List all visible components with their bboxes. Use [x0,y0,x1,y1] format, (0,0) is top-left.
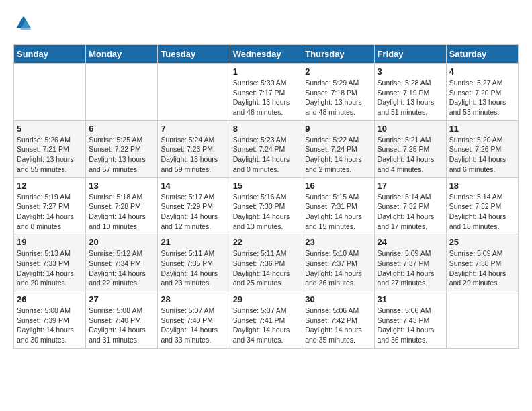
day-info: Sunrise: 5:26 AM Sunset: 7:21 PM Dayligh… [17,135,83,175]
day-info: Sunrise: 5:11 AM Sunset: 7:35 PM Dayligh… [161,248,226,288]
day-info: Sunrise: 5:15 AM Sunset: 7:31 PM Dayligh… [305,192,371,232]
day-info: Sunrise: 5:30 AM Sunset: 7:17 PM Dayligh… [233,78,300,118]
logo [13,13,36,34]
calendar-cell: 29Sunrise: 5:07 AM Sunset: 7:41 PM Dayli… [230,291,302,349]
calendar-cell: 5Sunrise: 5:26 AM Sunset: 7:21 PM Daylig… [14,120,86,177]
calendar-cell: 16Sunrise: 5:15 AM Sunset: 7:31 PM Dayli… [302,177,374,234]
day-info: Sunrise: 5:11 AM Sunset: 7:36 PM Dayligh… [233,248,300,288]
calendar-cell: 1Sunrise: 5:30 AM Sunset: 7:17 PM Daylig… [230,64,302,121]
day-header-thursday: Thursday [302,45,374,64]
day-header-tuesday: Tuesday [158,45,230,64]
day-info: Sunrise: 5:18 AM Sunset: 7:28 PM Dayligh… [89,192,154,232]
day-number: 17 [378,181,443,191]
calendar-cell: 12Sunrise: 5:19 AM Sunset: 7:27 PM Dayli… [14,177,86,234]
day-info: Sunrise: 5:08 AM Sunset: 7:40 PM Dayligh… [89,306,154,345]
day-info: Sunrise: 5:09 AM Sunset: 7:37 PM Dayligh… [378,248,443,288]
day-number: 11 [449,124,515,134]
day-number: 26 [17,294,83,304]
day-info: Sunrise: 5:23 AM Sunset: 7:24 PM Dayligh… [233,135,300,175]
day-number: 13 [89,181,154,191]
day-number: 24 [378,237,443,247]
calendar-cell: 20Sunrise: 5:12 AM Sunset: 7:34 PM Dayli… [86,234,158,291]
calendar-header-row: SundayMondayTuesdayWednesdayThursdayFrid… [14,45,519,64]
calendar-cell: 3Sunrise: 5:28 AM Sunset: 7:19 PM Daylig… [374,64,446,121]
day-info: Sunrise: 5:06 AM Sunset: 7:43 PM Dayligh… [378,306,443,345]
calendar-week-2: 5Sunrise: 5:26 AM Sunset: 7:21 PM Daylig… [14,120,519,177]
calendar-cell: 15Sunrise: 5:16 AM Sunset: 7:30 PM Dayli… [230,177,302,234]
calendar-cell: 30Sunrise: 5:06 AM Sunset: 7:42 PM Dayli… [302,291,374,349]
calendar-cell: 11Sunrise: 5:20 AM Sunset: 7:26 PM Dayli… [446,120,518,177]
calendar-cell [446,291,518,349]
day-info: Sunrise: 5:22 AM Sunset: 7:24 PM Dayligh… [305,135,371,175]
day-number: 7 [161,124,226,134]
day-number: 27 [89,294,154,304]
day-number: 3 [378,66,443,77]
day-number: 18 [449,181,515,191]
day-header-friday: Friday [374,45,446,64]
day-header-monday: Monday [86,45,158,64]
day-number: 2 [305,66,371,77]
calendar-cell [86,64,158,121]
day-info: Sunrise: 5:14 AM Sunset: 7:32 PM Dayligh… [449,192,515,232]
calendar-cell: 19Sunrise: 5:13 AM Sunset: 7:33 PM Dayli… [14,234,86,291]
calendar-cell: 21Sunrise: 5:11 AM Sunset: 7:35 PM Dayli… [158,234,230,291]
day-number: 1 [233,66,300,77]
calendar-cell: 23Sunrise: 5:10 AM Sunset: 7:37 PM Dayli… [302,234,374,291]
day-info: Sunrise: 5:24 AM Sunset: 7:23 PM Dayligh… [161,135,226,175]
day-info: Sunrise: 5:09 AM Sunset: 7:38 PM Dayligh… [449,248,515,288]
day-number: 23 [305,237,371,247]
day-number: 16 [305,181,371,191]
day-info: Sunrise: 5:07 AM Sunset: 7:40 PM Dayligh… [161,306,226,345]
day-info: Sunrise: 5:12 AM Sunset: 7:34 PM Dayligh… [89,248,154,288]
calendar-cell: 13Sunrise: 5:18 AM Sunset: 7:28 PM Dayli… [86,177,158,234]
calendar-cell: 26Sunrise: 5:08 AM Sunset: 7:39 PM Dayli… [14,291,86,349]
day-number: 19 [17,237,83,247]
calendar-week-4: 19Sunrise: 5:13 AM Sunset: 7:33 PM Dayli… [14,234,519,291]
calendar-cell: 22Sunrise: 5:11 AM Sunset: 7:36 PM Dayli… [230,234,302,291]
calendar-week-5: 26Sunrise: 5:08 AM Sunset: 7:39 PM Dayli… [14,291,519,349]
day-info: Sunrise: 5:19 AM Sunset: 7:27 PM Dayligh… [17,192,83,232]
calendar-cell: 8Sunrise: 5:23 AM Sunset: 7:24 PM Daylig… [230,120,302,177]
calendar-week-1: 1Sunrise: 5:30 AM Sunset: 7:17 PM Daylig… [14,64,519,121]
day-number: 8 [233,124,300,134]
day-header-saturday: Saturday [446,45,518,64]
day-number: 9 [305,124,371,134]
calendar-cell: 7Sunrise: 5:24 AM Sunset: 7:23 PM Daylig… [158,120,230,177]
day-number: 5 [17,124,83,134]
calendar-cell: 31Sunrise: 5:06 AM Sunset: 7:43 PM Dayli… [374,291,446,349]
day-info: Sunrise: 5:13 AM Sunset: 7:33 PM Dayligh… [17,248,83,288]
calendar-cell: 6Sunrise: 5:25 AM Sunset: 7:22 PM Daylig… [86,120,158,177]
day-number: 30 [305,294,371,304]
day-number: 21 [161,237,226,247]
day-info: Sunrise: 5:07 AM Sunset: 7:41 PM Dayligh… [233,306,300,345]
day-number: 15 [233,181,300,191]
calendar-cell [14,64,86,121]
calendar-cell [158,64,230,121]
calendar-cell: 10Sunrise: 5:21 AM Sunset: 7:25 PM Dayli… [374,120,446,177]
day-number: 22 [233,237,300,247]
calendar-cell: 2Sunrise: 5:29 AM Sunset: 7:18 PM Daylig… [302,64,374,121]
day-info: Sunrise: 5:14 AM Sunset: 7:32 PM Dayligh… [378,192,443,232]
day-number: 14 [161,181,226,191]
calendar: SundayMondayTuesdayWednesdayThursdayFrid… [13,44,519,349]
day-number: 29 [233,294,300,304]
calendar-cell: 18Sunrise: 5:14 AM Sunset: 7:32 PM Dayli… [446,177,518,234]
day-number: 28 [161,294,226,304]
day-number: 4 [449,66,515,77]
calendar-cell: 4Sunrise: 5:27 AM Sunset: 7:20 PM Daylig… [446,64,518,121]
day-info: Sunrise: 5:10 AM Sunset: 7:37 PM Dayligh… [305,248,371,288]
calendar-cell: 17Sunrise: 5:14 AM Sunset: 7:32 PM Dayli… [374,177,446,234]
day-info: Sunrise: 5:17 AM Sunset: 7:29 PM Dayligh… [161,192,226,232]
calendar-cell: 14Sunrise: 5:17 AM Sunset: 7:29 PM Dayli… [158,177,230,234]
day-number: 6 [89,124,154,134]
day-number: 12 [17,181,83,191]
day-info: Sunrise: 5:25 AM Sunset: 7:22 PM Dayligh… [89,135,154,175]
day-info: Sunrise: 5:08 AM Sunset: 7:39 PM Dayligh… [17,306,83,345]
day-info: Sunrise: 5:29 AM Sunset: 7:18 PM Dayligh… [305,78,371,118]
day-header-wednesday: Wednesday [230,45,302,64]
calendar-cell: 9Sunrise: 5:22 AM Sunset: 7:24 PM Daylig… [302,120,374,177]
calendar-week-3: 12Sunrise: 5:19 AM Sunset: 7:27 PM Dayli… [14,177,519,234]
calendar-cell: 28Sunrise: 5:07 AM Sunset: 7:40 PM Dayli… [158,291,230,349]
day-number: 10 [378,124,443,134]
calendar-cell: 27Sunrise: 5:08 AM Sunset: 7:40 PM Dayli… [86,291,158,349]
